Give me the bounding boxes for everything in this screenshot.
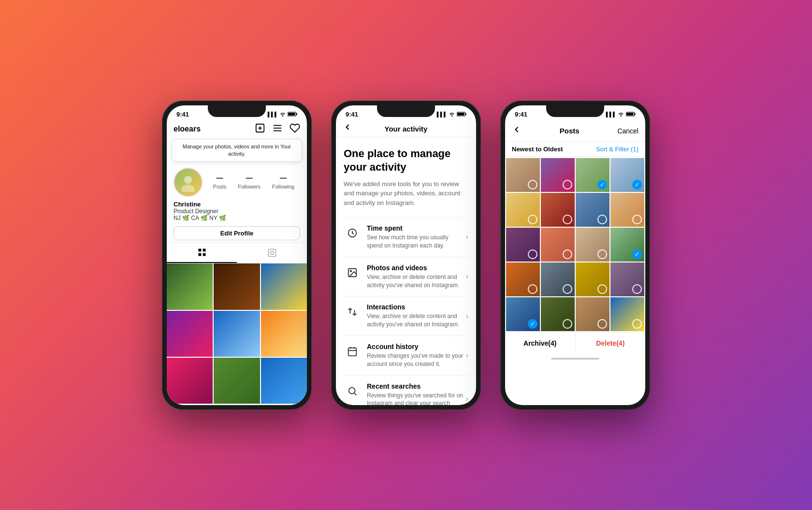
photo-cell-6[interactable] xyxy=(261,311,307,357)
activity-item-interactions[interactable]: Interactions View, archive or delete con… xyxy=(344,296,468,335)
posts-cell-19[interactable] xyxy=(576,297,609,331)
battery-icon-1 xyxy=(288,112,297,117)
svg-point-9 xyxy=(184,176,192,184)
posts-cell-16[interactable] xyxy=(610,262,644,296)
photo-cell-1[interactable] xyxy=(167,263,213,309)
posts-cell-12[interactable]: ✓ xyxy=(610,228,644,262)
profile-header: eloears xyxy=(167,121,307,139)
svg-rect-14 xyxy=(203,253,205,256)
signal-icon-1: ▌▌▌ xyxy=(268,112,278,117)
profile-avatar xyxy=(174,168,203,197)
posts-checkbox-2[interactable] xyxy=(563,180,572,189)
photo-cell-2[interactable] xyxy=(214,263,260,309)
svg-rect-32 xyxy=(348,348,357,356)
chevron-icon-time: › xyxy=(466,233,468,241)
wifi-icon-3 xyxy=(618,112,624,117)
archive-button[interactable]: Archive(4) xyxy=(505,333,576,354)
svg-point-36 xyxy=(349,387,355,393)
posts-checkbox-19[interactable] xyxy=(597,319,607,329)
activity-item-account-history[interactable]: Account history Review changes you've ma… xyxy=(344,335,468,375)
heart-icon[interactable] xyxy=(290,123,300,136)
posts-cell-8[interactable] xyxy=(610,193,644,227)
sort-filter-button[interactable]: Sort & Filter (1) xyxy=(596,146,638,153)
signal-icon-3: ▌▌▌ xyxy=(606,112,616,117)
activity-item-photos[interactable]: Photos and videos View, archive or delet… xyxy=(344,257,468,296)
activity-item-recent-searches[interactable]: Recent searches Review things you've sea… xyxy=(344,375,468,405)
posts-cell-7[interactable] xyxy=(576,193,609,227)
posts-cell-15[interactable] xyxy=(576,262,609,296)
tab-grid[interactable] xyxy=(167,243,237,263)
stat-posts: — Posts xyxy=(213,174,227,190)
photo-cell-8[interactable] xyxy=(214,358,260,404)
posts-checkbox-5[interactable] xyxy=(528,215,537,224)
posts-checkbox-13[interactable] xyxy=(528,284,537,294)
back-button-3[interactable] xyxy=(512,125,522,137)
posts-checkbox-16[interactable] xyxy=(632,284,642,294)
activity-item-account-history-content: Account history Review changes you've ma… xyxy=(367,343,466,368)
posts-checkbox-14[interactable] xyxy=(563,284,572,294)
activity-hero-subtitle: We've added more tools for you to review… xyxy=(344,179,468,208)
svg-rect-28 xyxy=(457,113,464,116)
posts-cell-20[interactable] xyxy=(610,297,644,331)
menu-icon[interactable] xyxy=(272,123,283,136)
posts-checkbox-4[interactable]: ✓ xyxy=(632,180,642,189)
phone-2: 9:41 ▌▌▌ Your activity One place to mana… xyxy=(331,101,481,410)
photo-cell-3[interactable] xyxy=(261,263,307,309)
posts-cell-9[interactable] xyxy=(506,228,540,262)
posts-checkbox-3[interactable]: ✓ xyxy=(597,180,607,189)
svg-point-16 xyxy=(270,251,274,255)
stat-followers: — Followers xyxy=(238,174,261,190)
calendar-icon xyxy=(344,343,361,360)
phone2-screen-content: Your activity One place to manage your a… xyxy=(336,121,476,405)
posts-checkbox-1[interactable] xyxy=(528,180,537,189)
posts-checkbox-10[interactable] xyxy=(563,249,572,259)
photo-cell-4[interactable] xyxy=(167,311,213,357)
posts-checkbox-15[interactable] xyxy=(597,284,607,294)
posts-cell-10[interactable] xyxy=(541,228,575,262)
svg-rect-12 xyxy=(203,249,205,252)
svg-rect-1 xyxy=(296,113,297,115)
cancel-button[interactable]: Cancel xyxy=(617,127,638,135)
profile-header-icons xyxy=(255,123,300,136)
tooltip-bubble: Manage your photos, videos and more in Y… xyxy=(172,139,302,162)
photo-cell-5[interactable] xyxy=(214,311,260,357)
svg-rect-13 xyxy=(198,253,201,256)
profile-name: Christine xyxy=(174,201,300,208)
posts-cell-2[interactable] xyxy=(541,158,575,192)
chevron-icon-recent-searches: › xyxy=(466,394,468,403)
posts-checkbox-18[interactable] xyxy=(563,319,572,329)
home-bar-3 xyxy=(505,354,645,364)
back-button-2[interactable] xyxy=(343,122,352,135)
posts-cell-13[interactable] xyxy=(506,262,540,296)
posts-checkbox-17[interactable]: ✓ xyxy=(528,319,537,329)
posts-checkbox-9[interactable] xyxy=(528,249,537,259)
posts-cell-5[interactable] xyxy=(506,193,540,227)
photo-cell-9[interactable] xyxy=(261,358,307,404)
posts-checkbox-8[interactable] xyxy=(632,215,642,224)
posts-checkbox-7[interactable] xyxy=(597,215,607,224)
svg-rect-2 xyxy=(288,113,295,116)
posts-checkbox-20[interactable] xyxy=(632,319,642,329)
profile-location: NJ 🌿 CA 🌿 NY 🌿 xyxy=(174,215,300,221)
posts-cell-4[interactable]: ✓ xyxy=(610,158,644,192)
posts-checkbox-12[interactable]: ✓ xyxy=(632,249,642,259)
phone3-screen-content: Posts Cancel Newest to Oldest Sort & Fil… xyxy=(505,121,645,364)
posts-cell-17[interactable]: ✓ xyxy=(506,297,540,331)
posts-cell-6[interactable] xyxy=(541,193,575,227)
status-icons-3: ▌▌▌ xyxy=(606,112,636,117)
photo-cell-7[interactable] xyxy=(167,358,213,404)
posts-cell-14[interactable] xyxy=(541,262,575,296)
battery-icon-2 xyxy=(457,112,466,117)
posts-cell-1[interactable] xyxy=(506,158,540,192)
posts-cell-11[interactable] xyxy=(576,228,609,262)
activity-item-time-spent[interactable]: Time spent See how much time you usually… xyxy=(344,217,468,257)
svg-rect-11 xyxy=(198,249,201,252)
edit-profile-button[interactable]: Edit Profile xyxy=(174,226,300,240)
posts-cell-18[interactable] xyxy=(541,297,575,331)
posts-checkbox-6[interactable] xyxy=(563,215,572,224)
add-icon[interactable] xyxy=(255,123,265,136)
posts-cell-3[interactable]: ✓ xyxy=(576,158,609,192)
tab-tagged[interactable] xyxy=(237,243,307,263)
posts-checkbox-11[interactable] xyxy=(597,249,607,259)
delete-button[interactable]: Delete(4) xyxy=(576,333,646,354)
